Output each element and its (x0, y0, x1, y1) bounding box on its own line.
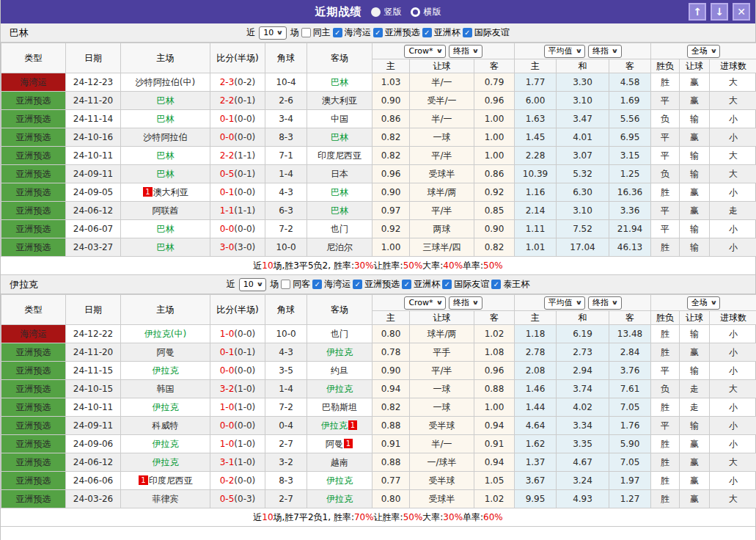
score-cell: 1-0(0-0) (210, 325, 265, 343)
handicap-line-cell: 平/半 (410, 202, 474, 220)
column-header-corner: 角球 (265, 43, 307, 73)
league-checkbox[interactable]: ✓ (373, 28, 383, 37)
score-cell: 2-2(0-1) (210, 92, 265, 110)
fulltime-select[interactable]: 全场∨ (687, 296, 721, 310)
sub-column-header: 主 (373, 311, 410, 325)
league-checkbox[interactable]: ✓ (353, 280, 362, 289)
handicap-away-odds-cell: 1.02 (474, 490, 515, 508)
halftime-score: (0-0) (234, 224, 255, 234)
score-cell: 1-0(1-0) (210, 435, 265, 453)
handicap-away-odds-cell: 0.86 (474, 165, 515, 183)
match-result-cell: 负 (651, 110, 680, 128)
away-team-cell: 巴勒斯坦 (307, 398, 373, 417)
handicap-result-cell: 输 (680, 238, 710, 257)
handicap-away-odds-cell: 1.00 (474, 147, 515, 165)
same-venue-checkbox[interactable] (301, 28, 311, 37)
final-odds-select[interactable]: 终指∨ (449, 45, 482, 58)
bookmaker-select[interactable]: Crow*∨ (404, 45, 446, 58)
europe-away-odds-cell: 3.36 (609, 202, 651, 220)
handicap-line-cell: 受半球 (410, 472, 474, 490)
handicap-result-cell: 赢 (680, 73, 710, 92)
home-team-cell: 1印度尼西亚 (121, 472, 210, 490)
corner-cell: 2-6 (265, 92, 307, 110)
league-checkbox[interactable]: ✓ (442, 280, 452, 289)
results-table-home-team: 类型日期主场比分(半场)角球客场Crow*∨终指∨平均值∨终指∨全场∨主让球客主… (1, 43, 756, 257)
league-checkbox[interactable]: ✓ (463, 28, 472, 37)
match-type-cell: 亚洲预选 (1, 147, 66, 165)
europe-home-odds-cell: 2.08 (515, 362, 557, 380)
fulltime-score: 0-1 (220, 347, 235, 357)
games-label: 场 (290, 26, 299, 39)
final-europe-select[interactable]: 终指∨ (588, 45, 622, 58)
team-name-text: 日本 (331, 169, 348, 179)
sub-column-header: 客 (609, 59, 651, 73)
home-team-cell: 巴林 (121, 147, 210, 165)
match-result-cell: 胜 (651, 435, 680, 453)
handicap-away-odds-cell: 0.85 (474, 202, 515, 220)
final-europe-select[interactable]: 终指∨ (588, 296, 622, 310)
sub-column-header: 客 (609, 311, 651, 325)
handicap-away-odds-cell: 0.94 (474, 417, 515, 435)
corner-cell: 7-1 (265, 147, 307, 165)
same-venue-checkbox[interactable] (281, 280, 290, 289)
date-cell: 24-11-20 (66, 343, 121, 362)
league-checkbox[interactable]: ✓ (491, 280, 501, 289)
score-cell: 0-0(0-0) (210, 128, 265, 147)
handicap-line-cell: 一球 (410, 128, 474, 147)
europe-away-odds-cell: 7.05 (609, 398, 651, 417)
match-count-select[interactable]: 10∨ (239, 278, 267, 291)
league-checkbox[interactable]: ✓ (422, 28, 432, 37)
league-checkbox[interactable]: ✓ (402, 280, 411, 289)
filter-bar-away-team: 伊拉克近10∨场同客✓海湾运✓亚洲预选✓亚洲杯✓国际友谊✓泰王杯 (1, 275, 755, 294)
final-odds-select[interactable]: 终指∨ (449, 296, 482, 310)
summary-text: 单率: (463, 511, 483, 524)
league-label: 亚洲预选 (364, 278, 400, 291)
match-count-select[interactable]: 10∨ (259, 26, 287, 40)
close-button[interactable]: ✕ (733, 3, 750, 21)
sub-column-header: 客 (474, 59, 515, 73)
team-name-text: 伊拉克 (326, 384, 353, 394)
date-cell: 24-10-16 (66, 128, 121, 147)
sub-column-header: 让球 (680, 311, 710, 325)
fulltime-score: 2-2 (220, 95, 235, 106)
team-name-text: 也门 (331, 224, 348, 234)
bookmaker-select[interactable]: Crow*∨ (404, 296, 446, 310)
fulltime-score: 2-2 (220, 150, 235, 161)
match-row: 亚洲预选24-09-11科威特0-0(0-0)0-4伊拉克10.88受半球0.9… (1, 417, 756, 435)
column-header-date: 日期 (66, 43, 121, 73)
home-team-cell: 阿曼 (121, 343, 210, 362)
sub-column-header: 让球 (680, 59, 710, 73)
handicap-away-odds-cell: 0.92 (474, 183, 515, 202)
europe-draw-odds-cell: 4.02 (557, 398, 609, 417)
handicap-result-cell: 输 (680, 325, 710, 343)
column-header-type: 类型 (1, 43, 66, 73)
home-team-cell: 阿联酋 (121, 202, 210, 220)
europe-home-odds-cell: 2.14 (515, 202, 557, 220)
handicap-line-cell: 半/一 (410, 110, 474, 128)
vertical-layout-radio[interactable]: 竖版 (371, 6, 402, 18)
match-type-cell: 亚洲预选 (1, 220, 66, 238)
fulltime-group: 全场∨ (651, 295, 756, 311)
average-odds-select[interactable]: 平均值∨ (544, 296, 586, 310)
horizontal-layout-radio[interactable]: 横版 (411, 6, 441, 18)
fulltime-score: 0-0 (220, 132, 235, 142)
match-type-cell: 亚洲预选 (1, 202, 66, 220)
europe-home-odds-cell: 9.95 (515, 490, 557, 508)
fulltime-select[interactable]: 全场∨ (687, 45, 721, 58)
chevron-down-icon: ∨ (436, 48, 443, 54)
away-team-cell: 伊拉克 (307, 343, 373, 362)
halftime-score: (1-1) (234, 150, 255, 161)
league-checkbox[interactable]: ✓ (312, 280, 322, 289)
home-team-cell: 伊拉克 (121, 453, 210, 472)
europe-home-odds-cell: 1.44 (515, 398, 557, 417)
average-odds-select[interactable]: 平均值∨ (544, 45, 586, 58)
scroll-up-button[interactable]: ↑ (689, 3, 706, 21)
handicap-away-odds-cell: 1.02 (474, 325, 515, 343)
europe-home-odds-cell: 1.46 (515, 380, 557, 398)
home-team-cell: 韩国 (121, 380, 210, 398)
league-checkbox[interactable]: ✓ (333, 28, 342, 37)
chevron-down-icon: ∨ (710, 48, 717, 54)
corner-cell: 4-3 (265, 183, 307, 202)
fulltime-score: 3-1 (220, 457, 235, 467)
scroll-down-button[interactable]: ↓ (711, 3, 728, 21)
